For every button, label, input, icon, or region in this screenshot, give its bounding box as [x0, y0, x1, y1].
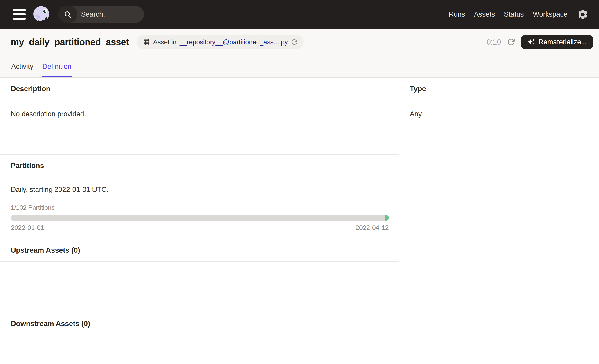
partition-end-date: 2022-04-12: [355, 224, 389, 232]
partition-progress-fill: [385, 215, 389, 221]
type-heading: Type: [410, 85, 426, 93]
search-icon: [58, 6, 77, 23]
upstream-section-header: Upstream Assets (0): [0, 239, 398, 262]
sparkle-icon: [527, 38, 535, 46]
partition-start-date: 2022-01-01: [11, 224, 44, 232]
type-value: Any: [410, 110, 422, 118]
search-box: /: [58, 6, 144, 23]
upstream-heading: Upstream Assets (0): [11, 246, 80, 254]
nav-link-workspace[interactable]: Workspace: [533, 10, 568, 18]
asset-page-header: my_daily_partitioned_asset Asset in __re…: [0, 29, 599, 78]
repository-link[interactable]: __repository__@partitioned_ass....py: [180, 38, 288, 46]
type-section-header: Type: [399, 78, 599, 100]
description-heading: Description: [11, 85, 50, 93]
hamburger-menu-icon[interactable]: [13, 9, 26, 20]
description-section-header: Description: [0, 78, 398, 100]
gear-icon[interactable]: [577, 9, 589, 20]
tab-activity[interactable]: Activity: [11, 62, 34, 77]
rematerialize-button[interactable]: Rematerialize...: [521, 35, 593, 49]
rematerialize-label: Rematerialize...: [538, 38, 587, 46]
tab-definition[interactable]: Definition: [42, 62, 72, 77]
description-section-body: No description provided.: [0, 100, 398, 155]
reload-repository-icon[interactable]: [291, 39, 298, 45]
upstream-section-body: [0, 262, 398, 312]
downstream-section-body: [0, 335, 398, 364]
nav-links: Runs Assets Status Workspace: [449, 10, 567, 18]
type-section-body: Any: [399, 100, 599, 364]
asset-tabs: Activity Definition: [11, 62, 593, 77]
downstream-section-header: Downstream Assets (0): [0, 312, 398, 335]
nav-link-status[interactable]: Status: [504, 10, 524, 18]
partition-summary: Daily, starting 2022-01-01 UTC.: [11, 186, 388, 194]
refresh-icon[interactable]: [507, 38, 515, 46]
nav-link-assets[interactable]: Assets: [474, 10, 495, 18]
top-navbar: / Runs Assets Status Workspace: [0, 0, 599, 29]
description-text: No description provided.: [11, 110, 86, 118]
left-column: Description No description provided. Par…: [0, 78, 399, 364]
partition-count-label: 1/102 Partitions: [11, 204, 388, 211]
definition-panel: Description No description provided. Par…: [0, 78, 599, 364]
repository-icon: [142, 38, 150, 46]
asset-in-label: Asset in: [153, 38, 176, 46]
dagster-logo-icon[interactable]: [32, 5, 51, 24]
asset-location-pill: Asset in __repository__@partitioned_ass.…: [137, 35, 304, 49]
right-column: Type Any: [399, 78, 599, 364]
page-title: my_daily_partitioned_asset: [11, 37, 129, 47]
downstream-heading: Downstream Assets (0): [11, 320, 90, 328]
partitions-section-header: Partitions: [0, 155, 398, 177]
partitions-section-body: Daily, starting 2022-01-01 UTC. 1/102 Pa…: [0, 177, 398, 239]
partition-progress-bar: [11, 215, 389, 221]
nav-link-runs[interactable]: Runs: [449, 10, 465, 18]
refresh-countdown: 0:10: [486, 38, 501, 46]
search-input[interactable]: [77, 10, 144, 18]
partitions-heading: Partitions: [11, 162, 44, 170]
